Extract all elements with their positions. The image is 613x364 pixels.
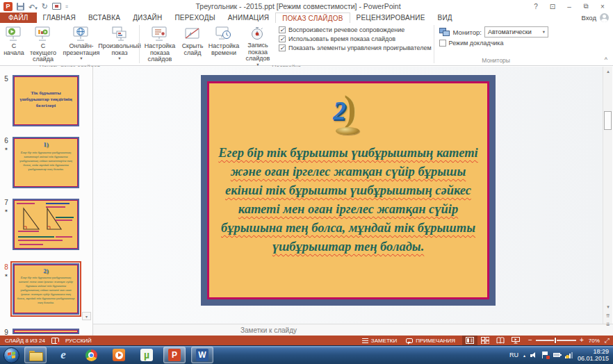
minimize-button[interactable]: –: [562, 1, 577, 12]
slide-number: 8: [0, 263, 13, 271]
zoom-slider-thumb[interactable]: [554, 337, 557, 344]
undo-button[interactable]: ↶▾: [28, 0, 38, 13]
checkbox-show-media-controls[interactable]: ✓ Показать элементы управления проигрыва…: [279, 44, 432, 51]
taskbar-explorer-button[interactable]: [24, 347, 47, 363]
thumbnail-slide-9[interactable]: 9: [0, 329, 79, 336]
tab-design[interactable]: ДИЗАЙН: [126, 13, 168, 23]
monitor-dropdown[interactable]: Автоматически ▾: [484, 26, 548, 38]
from-current-slide-button[interactable]: С текущего слайда: [26, 24, 60, 63]
taskbar-word-button[interactable]: W: [191, 347, 213, 363]
group-monitors: Монитор: Автоматически ▾ Режим докладчик…: [435, 24, 553, 65]
folder-icon: [29, 351, 42, 360]
vertical-scrollbar[interactable]: ▴ ▾ ⇈ ⇊: [603, 67, 612, 324]
zoom-level[interactable]: 70%: [589, 338, 600, 344]
current-slide[interactable]: ) 2 Егер бір тік бұрышты үшбұрыштың кате…: [201, 75, 496, 306]
slideshow-view-button[interactable]: [508, 336, 523, 345]
taskbar-powerpoint-button[interactable]: P: [163, 347, 186, 363]
hidden-icons-arrow-icon[interactable]: ▴: [523, 353, 525, 358]
save-icon[interactable]: [17, 3, 24, 10]
slide-5-title: Тік бұрышты үшбұрыштар теңдігінің белгіл…: [17, 90, 75, 109]
checkbox-presenter-view[interactable]: Режим докладчика: [439, 40, 504, 47]
slide-sorter-view-button[interactable]: [477, 336, 493, 345]
undo-icon: ↶: [28, 3, 35, 11]
restore-button[interactable]: ⧉: [578, 1, 594, 12]
checkbox-use-timings[interactable]: ✓ Использовать время показа слайдов: [279, 35, 432, 42]
scroll-up-icon[interactable]: ▴: [603, 67, 613, 76]
comments-toggle-button[interactable]: ПРИМЕЧАНИЯ: [404, 336, 457, 345]
thumbnail-slide-5[interactable]: 5 Тік бұрышты үшбұрыштар теңдігінің белг…: [0, 75, 79, 126]
scrollbar-thumb[interactable]: [604, 111, 612, 130]
slide-9-preview[interactable]: [13, 329, 79, 334]
tab-insert[interactable]: ВСТАВКА: [82, 13, 126, 23]
slide-8-preview[interactable]: 2) Егер бір тік бұрышты үшбұрыштың катет…: [13, 263, 79, 315]
tab-review[interactable]: РЕЦЕНЗИРОВАНИЕ: [350, 13, 432, 23]
thumbnail-slide-8-selected[interactable]: 8 ✶ 2) Егер бір тік бұрышты үшбұрыштың к…: [0, 263, 79, 315]
tray-language-indicator[interactable]: RU: [509, 351, 518, 358]
tab-slideshow[interactable]: ПОКАЗ СЛАЙДОВ: [275, 13, 350, 23]
powerpoint-icon: P: [168, 349, 181, 361]
thumbnail-slide-6[interactable]: 6 ✶ 1) Егер бір тік бұрышты үшбұрыштың к…: [0, 137, 79, 188]
fit-to-window-icon[interactable]: ⤢: [605, 337, 610, 345]
slide-6-preview[interactable]: 1) Егер бір тік бұрышты үшбұрыштың катет…: [13, 137, 79, 188]
close-button[interactable]: ×: [595, 1, 610, 12]
notes-icon: [362, 338, 368, 343]
setup-slideshow-button[interactable]: Настройка показа слайдов: [140, 24, 179, 63]
reading-view-button[interactable]: [493, 336, 508, 345]
checkbox-icon: ✓: [279, 26, 286, 33]
tab-transitions[interactable]: ПЕРЕХОДЫ: [168, 13, 221, 23]
checkbox-play-narrations[interactable]: ✓ Воспроизвести речевое сопровождение: [279, 26, 432, 33]
tab-home[interactable]: ГЛАВНАЯ: [37, 13, 82, 23]
user-avatar[interactable]: [600, 13, 609, 22]
action-center-flag-icon[interactable]: [542, 351, 548, 358]
window-title: Треугольник - -2015.ppt [Режим совместим…: [68, 2, 528, 10]
network-signal-icon[interactable]: [565, 352, 573, 358]
button-label: Запись показа слайдов: [240, 42, 275, 63]
redo-icon[interactable]: ↻: [42, 3, 48, 10]
zoom-in-icon[interactable]: +: [580, 337, 584, 344]
rehearse-timings-button[interactable]: Настройка времени: [208, 24, 240, 63]
record-slideshow-button[interactable]: Запись показа слайдов ▾: [240, 24, 276, 63]
thumbnail-scroll-down-icon[interactable]: ▾: [82, 312, 91, 320]
notes-toggle-label: ЗАМЕТКИ: [371, 338, 397, 344]
slide-7-preview[interactable]: [13, 199, 79, 250]
start-button[interactable]: [3, 347, 19, 363]
battery-icon[interactable]: [553, 353, 560, 357]
undo-caret-icon[interactable]: ▾: [35, 6, 38, 10]
notes-pane[interactable]: Заметки к слайду: [93, 324, 613, 336]
taskbar-chrome-button[interactable]: [80, 347, 102, 363]
spellcheck-icon[interactable]: [51, 338, 59, 344]
taskbar-ie-button[interactable]: e: [52, 347, 74, 363]
tab-animations[interactable]: АНИМАЦИЯ: [222, 13, 276, 23]
hide-slide-icon: [183, 26, 202, 43]
taskbar-media-player-button[interactable]: [108, 347, 130, 363]
start-slideshow-icon[interactable]: [52, 3, 61, 10]
slide-body-text[interactable]: Егер бір тік бұрышты үшбұрыштың катеті ж…: [218, 144, 478, 256]
volume-icon[interactable]: [530, 352, 537, 358]
button-label: Скрыть слайд: [180, 43, 205, 56]
scroll-down-icon[interactable]: ▾: [603, 302, 613, 311]
thumbnail-slide-7[interactable]: 7 ✶: [0, 199, 79, 250]
next-slide-icon[interactable]: ⇊: [603, 320, 613, 329]
ornament-base: [336, 127, 359, 135]
taskbar-utorrent-button[interactable]: µ: [136, 347, 158, 363]
help-button[interactable]: ?: [528, 1, 543, 12]
slide-5-preview[interactable]: Тік бұрышты үшбұрыштар теңдігінің белгіл…: [13, 75, 79, 126]
sign-in-link[interactable]: Вход: [582, 14, 597, 22]
zoom-out-icon[interactable]: −: [528, 337, 532, 344]
tab-view[interactable]: ВИД: [432, 13, 459, 23]
present-online-button[interactable]: Онлайн-презентация ▾: [62, 24, 101, 63]
normal-view-button[interactable]: [462, 336, 477, 345]
slide-canvas[interactable]: ) 2 Егер бір тік бұрышты үшбұрыштың кате…: [93, 67, 603, 324]
tray-clock[interactable]: 18:29 06.01.2015: [578, 348, 609, 362]
notes-toggle-button[interactable]: ЗАМЕТКИ: [360, 336, 399, 345]
ribbon-options-button[interactable]: ⊡: [545, 1, 560, 12]
language-indicator[interactable]: РУССКИЙ: [65, 338, 92, 344]
animation-star-icon: ✶: [0, 208, 13, 214]
tab-file[interactable]: ФАЙЛ: [0, 13, 37, 23]
custom-slideshow-button[interactable]: Произвольный показ ▾: [101, 24, 138, 63]
from-beginning-button[interactable]: С начала: [1, 24, 26, 63]
zoom-slider[interactable]: [536, 340, 576, 341]
powerpoint-app-icon[interactable]: P: [3, 2, 13, 11]
hide-slide-button[interactable]: Скрыть слайд: [179, 24, 206, 63]
collapse-ribbon-icon[interactable]: ^: [605, 56, 607, 63]
